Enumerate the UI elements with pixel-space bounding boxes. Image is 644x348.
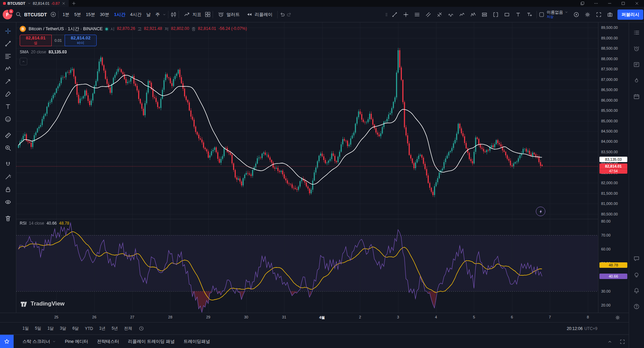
fullscreen-button[interactable] — [593, 9, 604, 20]
price-axis[interactable]: 89,500.0089,000.0088,500.0088,000.0087,5… — [598, 22, 629, 322]
trend-line-tool[interactable] — [2, 38, 14, 49]
compare-add-icon[interactable] — [50, 11, 56, 18]
tab-stock-screener[interactable]: 스탁 스크리너 — [22, 338, 56, 345]
window-maximize-button[interactable] — [621, 1, 626, 6]
panel-maximize-icon[interactable] — [620, 339, 625, 345]
clock[interactable]: 20:12:06UTC+9 — [567, 326, 597, 331]
cursor-crosshair-tool[interactable] — [2, 25, 14, 37]
replay-button[interactable]: 리플레이 — [243, 9, 276, 20]
alerts-icon[interactable] — [633, 45, 640, 52]
interval-1d[interactable]: 날 — [144, 9, 153, 20]
range-all[interactable]: 전체 — [124, 326, 132, 331]
interval-15m[interactable]: 15분 — [83, 9, 97, 20]
indicators-button[interactable]: 지표 — [181, 9, 204, 20]
interval-1w[interactable]: 주 — [153, 9, 162, 20]
preset-text-note[interactable] — [524, 9, 535, 20]
tab-close-icon[interactable] — [62, 1, 66, 5]
magnet-tool[interactable] — [2, 158, 14, 170]
interval-1m[interactable]: 1분 — [60, 9, 72, 20]
hotlist-icon[interactable] — [633, 77, 640, 84]
lock-all-tool[interactable] — [2, 184, 14, 195]
interval-30m[interactable]: 30분 — [98, 9, 112, 20]
preset-position[interactable] — [479, 9, 490, 20]
range-6m[interactable]: 6달 — [72, 326, 79, 331]
preset-brackets[interactable] — [490, 9, 501, 20]
panel-open-icon[interactable] — [607, 339, 613, 345]
help-icon[interactable] — [633, 303, 640, 310]
measure-tool[interactable] — [2, 129, 14, 141]
preset-parallel-channel[interactable] — [423, 9, 434, 20]
chat-icon[interactable] — [633, 255, 640, 262]
watchlist-icon[interactable] — [633, 29, 640, 36]
favorites-star-button[interactable] — [0, 335, 14, 348]
range-1m[interactable]: 1달 — [47, 326, 54, 331]
stay-in-drawing-mode-checkbox[interactable] — [539, 12, 545, 18]
browser-tab[interactable]: BTCUSDT 82,814.01 -0.87 — [0, 0, 69, 7]
magic-wand-tool[interactable] — [2, 171, 14, 182]
preset-text[interactable] — [512, 9, 524, 20]
range-5d[interactable]: 5일 — [35, 326, 42, 331]
brush-tool[interactable] — [2, 88, 14, 100]
publish-button[interactable]: 퍼블리시 — [617, 10, 643, 20]
pane-separator[interactable] — [16, 219, 629, 219]
pattern-tool[interactable] — [2, 63, 14, 74]
preset-pitchfork[interactable] — [434, 9, 445, 20]
legend-collapse-button[interactable] — [20, 58, 27, 65]
preset-pattern[interactable] — [467, 9, 479, 20]
preset-horizontal-lines[interactable] — [411, 9, 423, 20]
quick-alert-button[interactable] — [571, 9, 582, 20]
undo-icon[interactable] — [279, 11, 286, 18]
symbol-search-button[interactable]: BTCUSDT — [12, 9, 50, 20]
chart-title[interactable]: Bitcoin / TetherUS · 1시간 · BINANCE — [29, 26, 103, 32]
rsi-legend[interactable]: RSI 14 close 40.66 48.78 — [20, 221, 69, 226]
range-1d[interactable]: 1일 — [22, 326, 29, 331]
drag-grip-icon[interactable] — [384, 12, 389, 18]
interval-4h[interactable]: 4시간 — [128, 9, 144, 20]
range-5y[interactable]: 5년 — [112, 326, 118, 331]
layout-select-icon[interactable] — [204, 11, 211, 18]
tab-trading-panel[interactable]: 트레이딩패널 — [184, 338, 210, 345]
preset-wave[interactable] — [445, 9, 456, 20]
chart-settings-button[interactable] — [582, 9, 593, 20]
interval-menu-chevron-icon[interactable] — [162, 13, 166, 17]
tab-strategy-tester[interactable]: 전략테스터 — [97, 338, 119, 345]
rsi-pane-canvas[interactable] — [16, 219, 598, 313]
projection-tool[interactable] — [2, 75, 14, 87]
text-tool[interactable] — [2, 101, 14, 112]
layout-name-menu[interactable]: 이름없음 저장 — [545, 10, 571, 19]
tab-replay-trading-panel[interactable]: 리플레이 트레이딩 패널 — [128, 338, 175, 345]
window-close-button[interactable] — [634, 1, 639, 6]
interval-5m[interactable]: 5분 — [72, 9, 83, 20]
calendar-icon[interactable] — [633, 93, 640, 100]
redo-icon[interactable] — [286, 11, 292, 18]
buy-button[interactable]: 82,814.02 바이 — [65, 35, 97, 46]
time-axis[interactable]: 252627282930314월2345678 — [0, 313, 629, 323]
remove-all-tool[interactable] — [2, 212, 14, 224]
go-to-date-icon[interactable] — [138, 326, 144, 331]
main-chart-canvas[interactable] — [16, 22, 598, 219]
preset-zigzag[interactable] — [456, 9, 467, 20]
new-tab-button[interactable] — [71, 1, 76, 6]
sma-legend[interactable]: SMA 20 close 83,135.03 — [20, 50, 67, 54]
hide-all-tool[interactable] — [2, 196, 14, 208]
preset-trend-line[interactable] — [389, 9, 400, 20]
alert-button[interactable]: 얼러트 — [215, 9, 243, 20]
sell-button[interactable]: 82,814.01 셀 — [20, 35, 52, 46]
market-status-icon[interactable] — [105, 28, 108, 30]
notifications-icon[interactable] — [633, 287, 640, 294]
instant-trade-button[interactable] — [536, 207, 545, 216]
save-layout-button[interactable]: 저장 — [547, 15, 568, 19]
interval-1h[interactable]: 1시간 — [112, 9, 128, 20]
ideas-icon[interactable] — [633, 271, 640, 278]
emoji-tool[interactable] — [2, 113, 14, 125]
zoom-in-tool[interactable] — [2, 142, 14, 154]
tab-pine-editor[interactable]: Pine 에디터 — [65, 338, 88, 345]
snapshot-button[interactable] — [604, 9, 615, 20]
preset-cross-line[interactable] — [400, 9, 411, 20]
range-ytd[interactable]: YTD — [85, 326, 93, 331]
window-menu-icon[interactable] — [594, 1, 598, 6]
chart-style-icon[interactable] — [170, 11, 177, 18]
preset-rectangle[interactable] — [501, 9, 512, 20]
data-window-icon[interactable] — [633, 61, 640, 68]
fib-retracement-tool[interactable] — [2, 50, 14, 62]
